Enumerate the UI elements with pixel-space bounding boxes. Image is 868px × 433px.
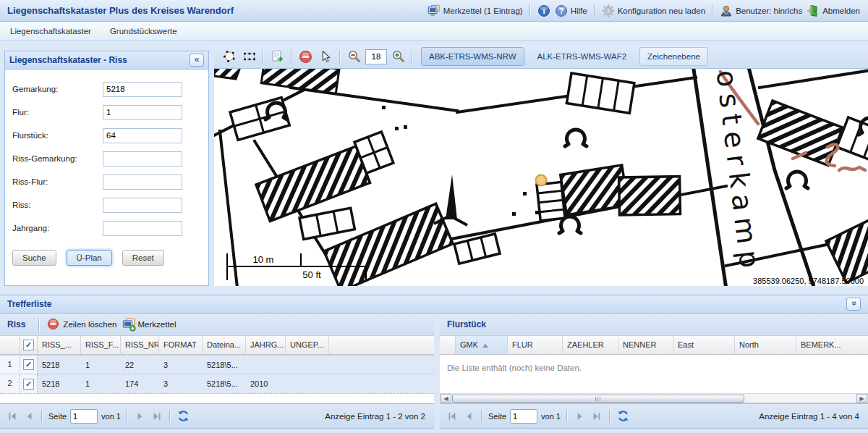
gemarkung-field[interactable] [103, 82, 182, 97]
first-page-button[interactable] [446, 410, 459, 423]
separator [712, 4, 713, 17]
app-title: Liegenschaftskataster Plus des Kreises W… [7, 5, 234, 16]
next-page-button[interactable] [134, 410, 147, 423]
first-page-button[interactable] [6, 410, 19, 423]
cell-riss: 5218 [38, 361, 81, 369]
cell-jahrgang: 2010 [246, 379, 286, 388]
separator [41, 410, 43, 422]
export-report-button[interactable] [268, 48, 286, 66]
row-select-cell[interactable] [20, 356, 38, 374]
menu-liegenschaftskataster[interactable]: Liegenschaftskataster [10, 27, 91, 35]
layer-button-zeichenebene[interactable]: Zeichenebene [639, 47, 708, 66]
column-header-riss-nr[interactable]: RISS_NR [121, 336, 159, 354]
logout-label: Abmelden [822, 7, 860, 15]
user-icon [720, 4, 733, 17]
column-header-zaehler[interactable]: ZAEHLER [563, 336, 618, 354]
column-header-flur[interactable]: FLUR [508, 336, 563, 354]
column-header-format[interactable]: FORMAT [159, 336, 203, 354]
flur-field[interactable] [103, 105, 182, 120]
refresh-button[interactable] [176, 410, 190, 423]
select-all-header[interactable] [20, 336, 38, 354]
column-header-riss[interactable]: RISS_... [38, 336, 81, 354]
form-row: Riss-Flur: [12, 174, 208, 190]
horizontal-scrollbar[interactable]: ◀ ▶ [440, 393, 868, 403]
page-count-label: von 1 [101, 412, 121, 421]
column-header-gmk[interactable]: GMK [456, 336, 508, 354]
ueplan-button[interactable]: Ü-Plan [67, 250, 112, 266]
reload-config-button[interactable]: Konfiguration neu laden [600, 4, 708, 17]
riss-grid-header: RISS_... RISS_F... RISS_NR FORMAT Datein… [0, 336, 434, 355]
zoom-out-button[interactable] [345, 48, 363, 66]
logout-door-icon [807, 4, 820, 17]
riss-flur-field[interactable] [103, 175, 182, 190]
polygon-select-icon [222, 49, 237, 64]
seite-label: Seite [48, 412, 67, 421]
collapse-trefferliste-button[interactable]: « [846, 298, 861, 311]
merkzettel-add-icon [122, 318, 135, 331]
delete-rows-button[interactable]: Zeilen löschen [47, 318, 116, 331]
rectangle-select-icon [242, 49, 257, 64]
pointer-tool-button[interactable] [317, 48, 335, 66]
column-header-ungep[interactable]: UNGEP... [286, 336, 329, 354]
cell-riss: 5218 [38, 379, 81, 388]
merkzettel-add-button[interactable]: Merkzettel [122, 318, 176, 331]
row-checkbox[interactable] [23, 359, 34, 370]
riss-gemarkung-label: Riss-Gemarkung: [12, 154, 103, 163]
flurstueck-field[interactable] [103, 128, 182, 143]
suche-button[interactable]: Suche [12, 250, 56, 266]
next-page-button[interactable] [574, 410, 587, 423]
column-header-east[interactable]: East [673, 336, 735, 354]
riss-pager-status: Anzeige Eintrag 1 - 2 von 2 [325, 412, 425, 421]
row-select-cell[interactable] [20, 374, 38, 393]
cell-riss-nr: 22 [121, 361, 159, 369]
layer-button-abk[interactable]: ABK-ETRS-WMS-NRW [421, 47, 524, 66]
hilfe-button[interactable]: ? Hilfe [553, 4, 590, 17]
cell-dateiname: 5218\5... [203, 361, 246, 369]
user-button[interactable]: Benutzer: hinrichs [718, 4, 804, 17]
hilfe-label: Hilfe [571, 7, 587, 15]
select-polygon-button[interactable] [220, 48, 238, 66]
page-number-input[interactable] [70, 409, 98, 424]
menu-grundstueckswerte[interactable]: Grundstückswerte [110, 27, 177, 35]
mouse-coordinates: 385539.06250, 5748187.50000 [753, 277, 864, 285]
page-number-input[interactable] [510, 409, 537, 424]
riss-field[interactable] [103, 198, 182, 213]
scroll-left-arrow[interactable]: ◀ [441, 394, 451, 403]
select-all-checkbox[interactable] [23, 340, 34, 350]
search-panel-title: Liegenschaftskataster - Riss [9, 55, 127, 65]
layer-button-alk[interactable]: ALK-ETRS-WMS-WAF2 [530, 48, 634, 65]
merkzettel-button[interactable]: Merkzettel (1 Eintrag) [425, 4, 525, 17]
info-button[interactable]: i [535, 4, 553, 17]
table-row[interactable]: 2 5218 1 174 3 5218\5... 2010 [0, 374, 434, 394]
map-viewport[interactable]: losterkamp 10 m 50 ft 385539.06250, 5748… [214, 69, 868, 286]
prev-page-button[interactable] [462, 410, 475, 423]
scrollbar-thumb[interactable] [452, 395, 744, 403]
last-page-button[interactable] [150, 410, 163, 423]
riss-flur-label: Riss-Flur: [12, 177, 103, 186]
column-header-dateiname[interactable]: Dateina... [203, 336, 246, 354]
cell-format: 3 [159, 361, 203, 369]
last-page-button[interactable] [590, 410, 603, 423]
logout-button[interactable]: Abmelden [804, 4, 862, 17]
jahrgang-field[interactable] [103, 221, 182, 236]
empty-list-message: Die Liste enthält (noch) keine Daten. [440, 355, 868, 372]
collapse-left-panel-button[interactable]: « [190, 54, 204, 67]
scroll-right-arrow[interactable]: ▶ [856, 394, 867, 403]
flurstueck-grid-panel: Flurstück GMK FLUR ZAEHLER NENNER East N… [440, 314, 868, 429]
column-header-bemerkung[interactable]: BEMERK... [796, 336, 868, 354]
column-header-jahrgang[interactable]: JAHRG... [246, 336, 286, 354]
column-header-north[interactable]: North [735, 336, 796, 354]
remove-selection-button[interactable] [297, 48, 315, 66]
select-rectangle-button[interactable] [240, 48, 258, 66]
separator [481, 410, 482, 422]
zoom-level-input[interactable] [365, 49, 387, 64]
column-header-nenner[interactable]: NENNER [618, 336, 673, 354]
riss-gemarkung-field[interactable] [103, 151, 182, 167]
reset-button[interactable]: Reset [122, 250, 164, 266]
table-row[interactable]: 1 5218 1 22 3 5218\5... [0, 355, 434, 374]
refresh-button[interactable] [616, 410, 629, 423]
zoom-in-button[interactable] [389, 48, 407, 66]
row-checkbox[interactable] [23, 379, 34, 390]
prev-page-button[interactable] [22, 410, 35, 423]
column-header-riss-f[interactable]: RISS_F... [81, 336, 121, 354]
